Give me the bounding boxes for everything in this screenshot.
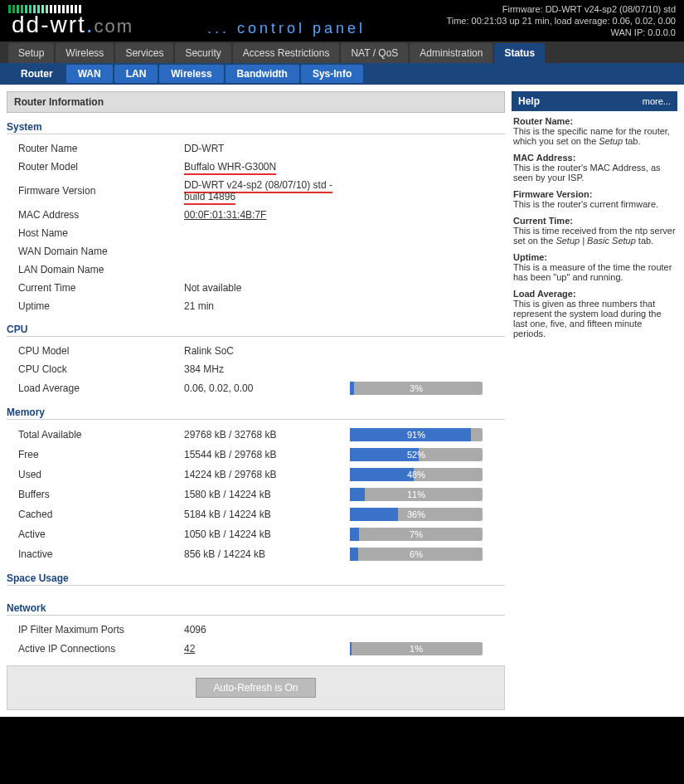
main-tabs: SetupWirelessServicesSecurityAccess Rest… [0, 41, 684, 63]
help-panel: Help more... Router Name:This is the spe… [512, 91, 677, 343]
help-item-title: MAC Address: [513, 153, 676, 163]
label: Router Name [18, 143, 184, 154]
value: 4096 [184, 624, 350, 635]
subtab-wireless[interactable]: Wireless [158, 64, 224, 84]
label: Active IP Connections [18, 643, 184, 655]
top-bar: dd-wrt..comcom ... control panel Firmwar… [0, 0, 684, 41]
label: Buffers [18, 489, 184, 500]
row-free: Free15544 kB / 29768 kB52% [7, 445, 505, 465]
label: IP Filter Maximum Ports [18, 624, 184, 635]
help-item-body: This is the router's MAC Address, as see… [513, 163, 676, 183]
label: Firmware Version [18, 185, 184, 197]
label: Load Average [18, 382, 184, 394]
tab-nat-qos[interactable]: NAT / QoS [341, 43, 408, 63]
tab-status[interactable]: Status [494, 43, 545, 63]
subtab-sys-info[interactable]: Sys-Info [300, 64, 364, 84]
section-system: SystemRouter NameDD-WRTRouter ModelBuffa… [7, 121, 505, 315]
row-uptime: Uptime21 min [7, 297, 505, 315]
help-title: Help [518, 95, 540, 107]
bar-cell: 3% [350, 382, 505, 395]
row-current-time: Current TimeNot available [7, 279, 505, 297]
label: Host Name [18, 227, 184, 239]
time-line: Time: 00:21:03 up 21 min, load average: … [446, 15, 676, 27]
bar-cell: 36% [350, 508, 505, 521]
value: DD-WRT v24-sp2 (08/07/10) std - build 14… [184, 179, 350, 202]
label: Cached [18, 509, 184, 520]
row-active-ip-connections: Active IP Connections421% [7, 639, 505, 659]
section-cpu: CPUCPU ModelRalink SoCCPU Clock384 MHzLo… [7, 324, 505, 398]
value: 384 MHz [184, 363, 350, 375]
row-wan-domain-name: WAN Domain Name [7, 242, 505, 261]
value: DD-WRT [184, 143, 350, 154]
tab-services[interactable]: Services [115, 43, 173, 63]
content-body: Router Information SystemRouter NameDD-W… [0, 85, 684, 717]
bar-cell: 7% [350, 528, 505, 541]
section-network: NetworkIP Filter Maximum Ports4096Active… [7, 602, 505, 659]
value: 856 kB / 14224 kB [184, 548, 350, 560]
bar-cell: 52% [350, 448, 505, 461]
row-router-model: Router ModelBuffalo WHR-G300N [7, 158, 505, 176]
subtab-wan[interactable]: WAN [65, 64, 114, 84]
value: 21 min [184, 300, 350, 312]
value: Not available [184, 282, 350, 294]
footer-box: Auto-Refresh is On [7, 665, 505, 710]
autorefresh-button[interactable]: Auto-Refresh is On [196, 678, 315, 698]
row-ip-filter-maximum-ports: IP Filter Maximum Ports4096 [7, 621, 505, 639]
value: 14224 kB / 29768 kB [184, 469, 350, 480]
help-item-body: This is the specific name for the router… [513, 126, 676, 146]
section-title-network: Network [7, 602, 505, 616]
help-item-body: This is given as three numbers that repr… [513, 299, 676, 338]
help-header: Help more... [512, 91, 677, 111]
tab-administration[interactable]: Administration [410, 43, 492, 63]
value[interactable]: 00:0F:01:31:4B:7F [184, 209, 350, 221]
tab-security[interactable]: Security [175, 43, 230, 63]
main-panel: Router Information SystemRouter NameDD-W… [7, 91, 505, 710]
row-router-name: Router NameDD-WRT [7, 139, 505, 158]
value: 29768 kB / 32768 kB [184, 429, 350, 441]
panel-title: Router Information [7, 91, 505, 113]
row-active: Active1050 kB / 14224 kB7% [7, 524, 505, 544]
label: CPU Clock [18, 363, 184, 375]
value: Ralink SoC [184, 345, 350, 357]
value: 1580 kB / 14224 kB [184, 489, 350, 500]
page: dd-wrt..comcom ... control panel Firmwar… [0, 0, 684, 717]
label: Router Model [18, 161, 184, 173]
help-item-title: Load Average: [513, 289, 676, 299]
label: MAC Address [18, 209, 184, 221]
label: CPU Model [18, 345, 184, 357]
section-title-cpu: CPU [7, 324, 505, 337]
help-item-body: This is time received from the ntp serve… [513, 226, 676, 246]
row-total-available: Total Available29768 kB / 32768 kB91% [7, 425, 505, 445]
wanip-line: WAN IP: 0.0.0.0 [446, 27, 676, 38]
tab-setup[interactable]: Setup [8, 43, 54, 63]
row-used: Used14224 kB / 29768 kB48% [7, 465, 505, 485]
help-more-link[interactable]: more... [643, 96, 671, 106]
label: Active [18, 528, 184, 540]
section-title-memory: Memory [7, 407, 505, 420]
bar-cell: 11% [350, 488, 505, 501]
help-item-title: Current Time: [513, 216, 676, 226]
value: 5184 kB / 14224 kB [184, 509, 350, 520]
row-cpu-model: CPU ModelRalink SoC [7, 342, 505, 360]
row-cpu-clock: CPU Clock384 MHz [7, 360, 505, 378]
help-item-title: Uptime: [513, 252, 676, 262]
subtab-router[interactable]: Router [8, 64, 65, 84]
value: 1050 kB / 14224 kB [184, 528, 350, 540]
row-mac-address: MAC Address00:0F:01:31:4B:7F [7, 206, 505, 224]
row-host-name: Host Name [7, 224, 505, 242]
label: WAN Domain Name [18, 246, 184, 257]
row-firmware-version: Firmware VersionDD-WRT v24-sp2 (08/07/10… [7, 176, 505, 206]
help-item-title: Router Name: [513, 116, 676, 126]
tab-wireless[interactable]: Wireless [56, 43, 114, 63]
subtab-lan[interactable]: LAN [114, 64, 159, 84]
section-title-system: System [7, 121, 505, 134]
tab-access-restrictions[interactable]: Access Restrictions [233, 43, 340, 63]
header-status: Firmware: DD-WRT v24-sp2 (08/07/10) std … [446, 3, 676, 38]
row-buffers: Buffers1580 kB / 14224 kB11% [7, 485, 505, 504]
subtab-bandwidth[interactable]: Bandwidth [225, 64, 300, 84]
section-title-space: Space Usage [7, 572, 505, 586]
row-inactive: Inactive856 kB / 14224 kB6% [7, 544, 505, 564]
label: Used [18, 469, 184, 480]
value[interactable]: 42 [184, 643, 350, 655]
label: Total Available [18, 429, 184, 441]
